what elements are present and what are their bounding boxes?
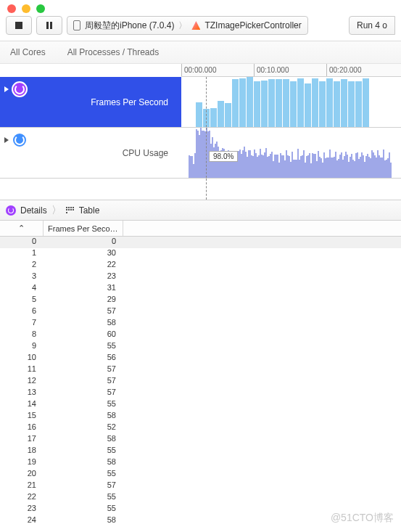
table-row[interactable]: 431 bbox=[0, 283, 401, 295]
table-row[interactable]: 1257 bbox=[0, 376, 401, 388]
fps-track[interactable]: Frames Per Second bbox=[0, 77, 401, 128]
cpu-track-label: CPU Usage bbox=[0, 128, 181, 178]
table-row[interactable]: 1758 bbox=[0, 434, 401, 446]
fps-bar bbox=[326, 78, 333, 127]
fps-graph[interactable] bbox=[181, 77, 401, 127]
fps-bar bbox=[348, 81, 355, 127]
ruler-tick: 00:00.000 bbox=[181, 64, 217, 76]
run-selector-button[interactable]: Run 4 o bbox=[349, 16, 395, 35]
table-row[interactable]: 222 bbox=[0, 260, 401, 271]
fps-cell: 55 bbox=[44, 341, 123, 353]
index-cell: 4 bbox=[0, 283, 44, 295]
fps-cell: 55 bbox=[44, 504, 123, 515]
table-row[interactable]: 2055 bbox=[0, 469, 401, 480]
fps-bar bbox=[210, 108, 217, 127]
index-cell: 1 bbox=[0, 248, 44, 260]
cores-filter[interactable]: All Cores bbox=[10, 47, 46, 57]
time-ruler[interactable]: 00:00.000 00:10.000 00:20.000 bbox=[181, 64, 401, 77]
fps-cell: 57 bbox=[44, 480, 123, 492]
cpu-value-tooltip: 98.0% bbox=[209, 151, 238, 162]
ruler-tick: 00:20.000 bbox=[326, 64, 362, 76]
fps-bar bbox=[261, 81, 268, 127]
index-cell: 20 bbox=[0, 469, 44, 480]
fps-bar bbox=[232, 79, 239, 127]
playhead-extension bbox=[206, 179, 207, 200]
table-row[interactable]: 1652 bbox=[0, 422, 401, 434]
track-disclosure[interactable] bbox=[4, 81, 28, 97]
track-gap bbox=[0, 179, 401, 200]
cpu-track[interactable]: CPU Usage 98.0% bbox=[0, 128, 401, 179]
index-column-header[interactable]: ⌃ bbox=[0, 221, 44, 236]
table-row[interactable]: 2255 bbox=[0, 492, 401, 504]
fps-bar bbox=[218, 101, 224, 127]
index-cell: 24 bbox=[0, 515, 44, 527]
index-cell: 18 bbox=[0, 446, 44, 457]
table-row[interactable]: 323 bbox=[0, 271, 401, 283]
fps-bar bbox=[225, 103, 231, 127]
fps-cell: 55 bbox=[44, 469, 123, 480]
index-cell: 9 bbox=[0, 341, 44, 353]
traffic-lights bbox=[0, 0, 401, 16]
cpu-graph[interactable]: 98.0% bbox=[181, 128, 401, 178]
device-icon bbox=[73, 20, 80, 30]
table-row[interactable]: 529 bbox=[0, 295, 401, 306]
table-row[interactable]: 1558 bbox=[0, 411, 401, 422]
filter-bar: All Cores All Processes / Threads bbox=[0, 41, 401, 64]
fps-bar bbox=[297, 78, 304, 127]
fps-cell: 52 bbox=[44, 422, 123, 434]
table-crumb[interactable]: Table bbox=[79, 205, 100, 216]
minimize-window-button[interactable] bbox=[22, 4, 30, 13]
fps-bar bbox=[290, 81, 297, 127]
cpu-bar bbox=[390, 163, 392, 178]
table-row[interactable]: 1357 bbox=[0, 388, 401, 399]
track-disclosure[interactable] bbox=[4, 132, 28, 148]
fps-bar bbox=[254, 81, 260, 127]
pause-button[interactable] bbox=[36, 16, 62, 35]
breadcrumb-separator: 〉 bbox=[178, 20, 187, 32]
fps-label-text: Frames Per Second bbox=[91, 97, 168, 107]
target-breadcrumb[interactable]: 周毅堃的iPhone (7.0.4) 〉 TZImagePickerContro… bbox=[67, 16, 308, 35]
fps-cell: 30 bbox=[44, 248, 123, 260]
index-cell: 10 bbox=[0, 353, 44, 364]
index-cell: 0 bbox=[0, 237, 44, 248]
zoom-window-button[interactable] bbox=[36, 4, 45, 13]
table-row[interactable]: 955 bbox=[0, 341, 401, 353]
instrument-icon bbox=[6, 205, 16, 216]
fps-bar bbox=[247, 77, 253, 127]
close-window-button[interactable] bbox=[7, 4, 16, 13]
index-cell: 16 bbox=[0, 422, 44, 434]
playhead[interactable] bbox=[206, 77, 207, 127]
table-row[interactable]: 1056 bbox=[0, 353, 401, 364]
app-icon bbox=[191, 21, 200, 30]
table-row[interactable]: 1157 bbox=[0, 364, 401, 376]
fps-cell: 57 bbox=[44, 306, 123, 318]
table-row[interactable]: 1958 bbox=[0, 457, 401, 469]
fps-bar bbox=[268, 79, 275, 127]
processes-filter[interactable]: All Processes / Threads bbox=[67, 47, 160, 57]
fps-cell: 58 bbox=[44, 318, 123, 330]
index-cell: 23 bbox=[0, 504, 44, 515]
disclosure-triangle-icon bbox=[4, 86, 9, 92]
index-cell: 13 bbox=[0, 388, 44, 399]
table-row[interactable]: 1855 bbox=[0, 446, 401, 457]
fps-column-header[interactable]: Frames Per Seco… bbox=[44, 221, 123, 236]
fps-bar bbox=[355, 81, 362, 127]
detail-path-bar: Details 〉 Table bbox=[0, 200, 401, 221]
table-row[interactable]: 00 bbox=[0, 237, 401, 248]
fps-cell: 31 bbox=[44, 283, 123, 295]
table-row[interactable]: 130 bbox=[0, 248, 401, 260]
table-row[interactable]: 2157 bbox=[0, 480, 401, 492]
index-cell: 17 bbox=[0, 434, 44, 446]
record-stop-button[interactable] bbox=[6, 16, 32, 35]
table-row[interactable]: 657 bbox=[0, 306, 401, 318]
index-cell: 7 bbox=[0, 318, 44, 330]
fps-cell: 60 bbox=[44, 330, 123, 341]
details-crumb[interactable]: Details bbox=[20, 205, 47, 216]
table-row[interactable]: 860 bbox=[0, 330, 401, 341]
fps-cell: 23 bbox=[44, 271, 123, 283]
table-row[interactable]: 758 bbox=[0, 318, 401, 330]
fps-cell: 22 bbox=[44, 260, 123, 271]
playhead[interactable] bbox=[206, 128, 207, 178]
table-row[interactable]: 1455 bbox=[0, 399, 401, 411]
fps-bar bbox=[319, 81, 326, 127]
